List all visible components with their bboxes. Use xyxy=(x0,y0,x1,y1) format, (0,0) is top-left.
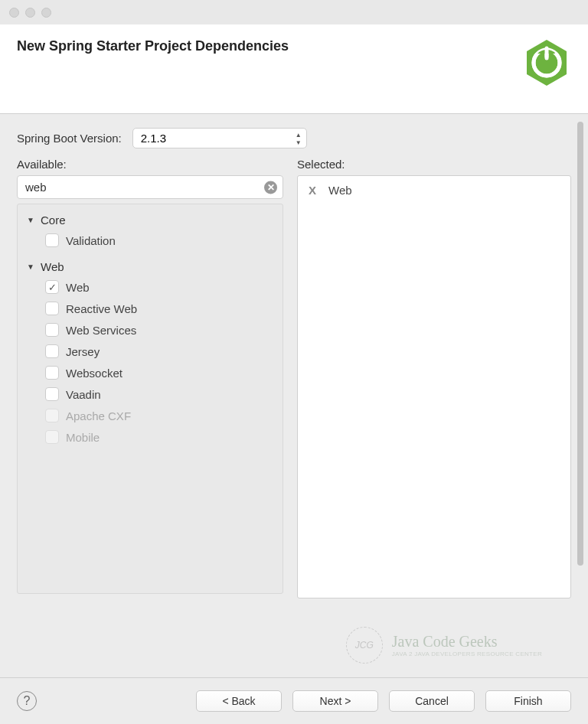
chevron-down-icon: ▼ xyxy=(27,216,36,224)
cancel-button[interactable]: Cancel xyxy=(389,690,475,712)
tree-item[interactable]: Reactive Web xyxy=(18,298,283,319)
chevron-updown-icon: ▲▼ xyxy=(296,131,302,145)
available-tree[interactable]: ▼ Core Validation ▼ Web ✓ Web xyxy=(17,204,283,594)
zoom-window-icon[interactable] xyxy=(41,8,51,18)
version-label: Spring Boot Version: xyxy=(17,132,122,145)
tree-group-core[interactable]: ▼ Core xyxy=(18,210,283,230)
tree-item: Mobile xyxy=(18,426,283,448)
window-titlebar xyxy=(0,0,588,24)
chevron-down-icon: ▼ xyxy=(27,263,36,271)
checkbox-icon[interactable] xyxy=(45,302,59,315)
selected-item[interactable]: X Web xyxy=(305,182,563,198)
tree-item[interactable]: Websocket xyxy=(18,362,283,383)
remove-icon[interactable]: X xyxy=(309,184,316,197)
tree-group-web[interactable]: ▼ Web xyxy=(18,257,283,276)
tree-item[interactable]: Validation xyxy=(18,230,283,251)
tree-item[interactable]: Jersey xyxy=(18,341,283,362)
checkbox-disabled-icon xyxy=(45,430,59,444)
version-select[interactable]: 2.1.3 ▲▼ xyxy=(132,128,307,148)
tree-item[interactable]: ✓ Web xyxy=(18,276,283,298)
checkbox-icon[interactable] xyxy=(45,233,59,247)
minimize-window-icon[interactable] xyxy=(25,8,35,18)
watermark-title: Java Code Geeks xyxy=(392,633,542,651)
search-input[interactable] xyxy=(17,175,283,199)
checkbox-disabled-icon xyxy=(45,409,59,422)
checkbox-checked-icon[interactable]: ✓ xyxy=(45,280,59,294)
checkbox-icon[interactable] xyxy=(45,344,59,358)
tree-item-label: Jersey xyxy=(66,345,100,358)
tree-item-label: Validation xyxy=(66,234,116,247)
spring-logo-icon xyxy=(522,38,571,87)
tree-item-label: Reactive Web xyxy=(66,302,137,315)
close-window-icon[interactable] xyxy=(9,8,19,18)
finish-button[interactable]: Finish xyxy=(485,690,571,712)
watermark: JCG Java Code Geeks JAVA 2 JAVA DEVELOPE… xyxy=(346,627,542,664)
scrollbar[interactable] xyxy=(577,122,583,566)
tree-group-label: Core xyxy=(41,214,66,227)
version-value: 2.1.3 xyxy=(141,132,166,145)
tree-item[interactable]: Web Services xyxy=(18,319,283,341)
tree-group-label: Web xyxy=(41,260,64,273)
selected-label: Selected: xyxy=(297,158,571,171)
page-title: New Spring Starter Project Dependencies xyxy=(17,38,289,54)
tree-item[interactable]: Vaadin xyxy=(18,383,283,405)
dialog-header: New Spring Starter Project Dependencies xyxy=(0,24,588,114)
back-button[interactable]: < Back xyxy=(196,690,282,712)
tree-item-label: Web xyxy=(66,281,90,294)
checkbox-icon[interactable] xyxy=(45,323,59,337)
tree-item-label: Web Services xyxy=(66,324,136,337)
checkbox-icon[interactable] xyxy=(45,387,59,401)
tree-item-label: Mobile xyxy=(66,431,100,444)
dialog-footer: ? < Back Next > Cancel Finish xyxy=(0,677,588,724)
next-button[interactable]: Next > xyxy=(292,690,378,712)
help-icon[interactable]: ? xyxy=(17,691,37,711)
tree-item-label: Vaadin xyxy=(66,388,101,401)
selected-item-label: Web xyxy=(328,184,352,197)
watermark-subtitle: JAVA 2 JAVA DEVELOPERS RESOURCE CENTER xyxy=(392,651,542,657)
tree-item-label: Apache CXF xyxy=(66,409,131,422)
dialog-content: Spring Boot Version: 2.1.3 ▲▼ Available:… xyxy=(0,114,588,680)
clear-search-icon[interactable]: ✕ xyxy=(264,181,277,194)
selected-panel: X Web xyxy=(297,175,571,598)
tree-item-label: Websocket xyxy=(66,367,122,380)
tree-item: Apache CXF xyxy=(18,405,283,426)
available-label: Available: xyxy=(17,158,283,171)
watermark-badge-icon: JCG xyxy=(346,627,383,664)
checkbox-icon[interactable] xyxy=(45,366,59,380)
